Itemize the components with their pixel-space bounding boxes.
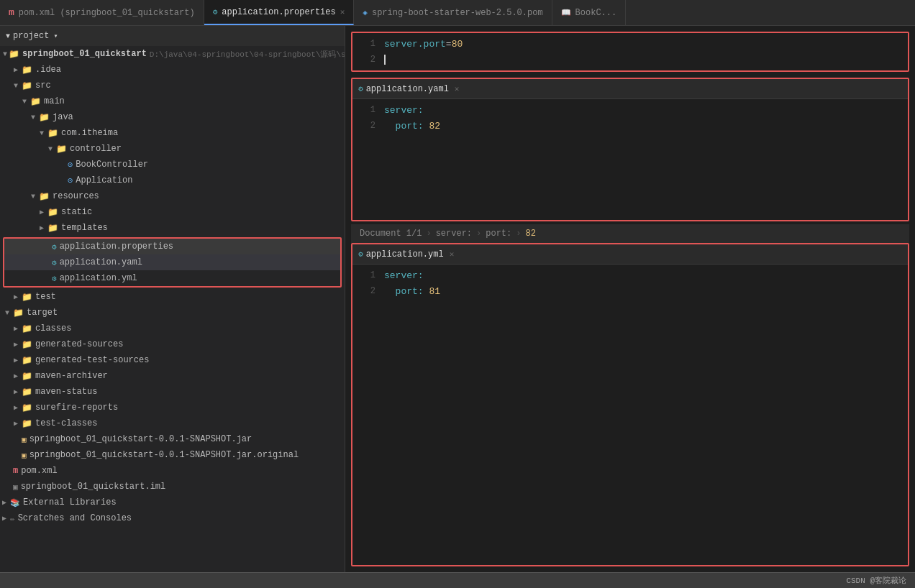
main-folder-icon: 📁 [30,96,41,107]
tree-item-test[interactable]: ▶ 📁 test [0,289,345,305]
tab-bookcontroller[interactable]: 📖 BookC... [552,0,627,25]
editor-pane-yaml: ⚙ application.yaml ✕ 1 server: 2 port: 8… [351,78,909,221]
tree-item-app-properties[interactable]: ▶ ⚙ application.properties [4,239,340,254]
yml-line-num-2: 2 [358,286,375,296]
breadcrumb-doc: Document 1/1 [360,229,422,239]
yml-port-key: port: [396,286,424,297]
yml-tab-label[interactable]: application.yml [366,249,444,259]
arrow-main: ▼ [20,98,29,106]
arrow-java: ▼ [29,114,37,121]
tab-application-properties[interactable]: ⚙ application.properties ✕ [204,0,355,25]
tree-item-target[interactable]: ▼ 📁 target [0,305,345,321]
yml-tab-close[interactable]: ✕ [450,249,455,259]
breadcrumb-value: 82 [525,229,535,239]
watermark: CSDN @客院裁论 [846,575,906,586]
test-label: test [35,292,56,302]
yml-port-val: 81 [424,286,440,297]
tree-item-main[interactable]: ▼ 📁 main [0,93,345,109]
sidebar-header[interactable]: ▼ project ▾ [0,26,345,46]
yaml-line-1: 1 server: [352,102,908,118]
editor-pane-properties: 1 server.port=80 2 [351,32,909,72]
tree-item-controller[interactable]: ▼ 📁 controller [0,141,345,157]
tree-item-static[interactable]: ▶ 📁 static [0,204,345,220]
test-folder-icon: 📁 [22,292,32,303]
tree-item-templates[interactable]: ▶ 📁 templates [0,220,345,236]
yaml-code-1[interactable]: server: [384,105,424,116]
tree-item-classes[interactable]: ▶ 📁 classes [0,321,345,336]
maven-archiver-folder-icon: 📁 [22,371,32,382]
code-content-2[interactable] [384,55,386,65]
tree-item-iml[interactable]: ▶ ▣ springboot_01_quickstart.iml [0,479,345,495]
arrow-templates: ▶ [37,224,46,232]
yml-code-1[interactable]: server: [384,270,424,281]
tree-item-external-libs[interactable]: ▶ 📚 External Libraries [0,495,345,510]
tree-item-app-yml[interactable]: ▶ ⚙ application.yml [4,270,340,286]
arrow-scratches: ▶ [0,514,9,523]
tree-item-maven-status[interactable]: ▶ 📁 maven-status [0,384,345,400]
main-content: ▼ project ▾ ▼ 📁 springboot_01_quickstart… [0,26,915,572]
tree-item-application[interactable]: ▶ ⊙ Application [0,173,345,188]
sidebar: ▼ project ▾ ▼ 📁 springboot_01_quickstart… [0,26,345,572]
app-yml-file-icon: ⚙ [52,274,57,283]
tree-item-surefire[interactable]: ▶ 📁 surefire-reports [0,400,345,415]
arrow-classes: ▶ [12,324,20,333]
tree-item-gen-test-sources[interactable]: ▶ 📁 generated-test-sources [0,352,345,368]
maven-status-folder-icon: 📁 [22,387,32,398]
tree-item-pom[interactable]: ▶ m pom.xml [0,463,345,479]
tree-item-test-classes[interactable]: ▶ 📁 test-classes [0,415,345,431]
tree-item-resources[interactable]: ▼ 📁 resources [0,188,345,204]
arrow-gen-sources: ▶ [12,340,20,349]
yaml-port-val: 82 [424,121,440,132]
external-libs-label: External Libraries [23,497,117,507]
tree-item-jar1[interactable]: ▶ ▣ springboot_01_quickstart-0.0.1-SNAPS… [0,431,345,447]
config-files-group: ▶ ⚙ application.properties ▶ ⚙ applicati… [3,237,342,288]
line-num-2: 2 [358,55,375,65]
sidebar-title: project [13,31,49,41]
arrow-external-libs: ▶ [0,498,9,507]
main-label: main [44,96,65,106]
yaml-tab-label[interactable]: application.yaml [366,84,449,94]
breadcrumb-sep-2: › [476,229,481,239]
tree-item-src[interactable]: ▼ 📁 src [0,78,345,93]
yaml-tab-close[interactable]: ✕ [455,84,460,93]
yaml-line-num-1: 1 [358,105,375,115]
root-path: D:\java\04-springboot\04-springboot\源码\s… [150,49,345,60]
controller-label: controller [70,144,122,154]
yaml-code-2[interactable]: port: 82 [384,121,440,132]
tree-item-app-yaml[interactable]: ▶ ⚙ application.yaml [4,254,340,270]
code-content-1[interactable]: server.port=80 [384,39,463,50]
yaml-editor-inner: 1 server: 2 port: 82 [352,99,908,137]
tree-item-scratches[interactable]: ▶ ✏ Scratches and Consoles [0,510,345,526]
spring-icon: ◈ [363,8,368,17]
tab-pom-label: pom.xml (springboot_01_quickstart) [19,8,195,18]
yml-line-2: 2 port: 81 [352,283,908,299]
tree-item-idea[interactable]: ▶ 📁 .idea [0,62,345,78]
tree-item-gen-sources[interactable]: ▶ 📁 generated-sources [0,336,345,352]
idea-label: .idea [35,65,61,75]
controller-folder-icon: 📁 [56,144,67,155]
breadcrumb-bar: Document 1/1 › server: › port: › 82 [351,224,909,243]
app-properties-file-icon: ⚙ [52,242,57,252]
tree-item-bookcontroller[interactable]: ▶ ⊙ BookController [0,157,345,173]
yml-code-2[interactable]: port: 81 [384,286,440,297]
code-line-1: 1 server.port=80 [352,36,908,52]
surefire-label: surefire-reports [35,403,118,413]
tree-item-maven-archiver[interactable]: ▶ 📁 maven-archiver [0,368,345,384]
tab-pom[interactable]: m pom.xml (springboot_01_quickstart) [0,0,204,25]
editor-area: 1 server.port=80 2 ⚙ application.yaml ✕ [345,26,915,572]
arrow-maven-archiver: ▶ [12,372,20,380]
tree-item-com-itheima[interactable]: ▼ 📁 com.itheima [0,125,345,141]
yaml-line-2: 2 port: 82 [352,118,908,134]
tree-root[interactable]: ▼ 📁 springboot_01_quickstart D:\java\04-… [0,46,345,62]
gen-sources-folder-icon: 📁 [22,339,32,350]
breadcrumb-sep-3: › [516,229,521,239]
arrow-test: ▶ [12,293,20,301]
tree-item-java[interactable]: ▼ 📁 java [0,109,345,125]
maven-icon: m [9,7,14,18]
tab-close-button[interactable]: ✕ [340,7,345,17]
tab-spring-pom[interactable]: ◈ spring-boot-starter-web-2.5.0.pom [354,0,552,25]
tree-item-jar2[interactable]: ▶ ▣ springboot_01_quickstart-0.0.1-SNAPS… [0,447,345,463]
target-label: target [27,308,58,318]
pom-label: pom.xml [21,466,57,476]
jar2-icon: ▣ [22,451,27,460]
